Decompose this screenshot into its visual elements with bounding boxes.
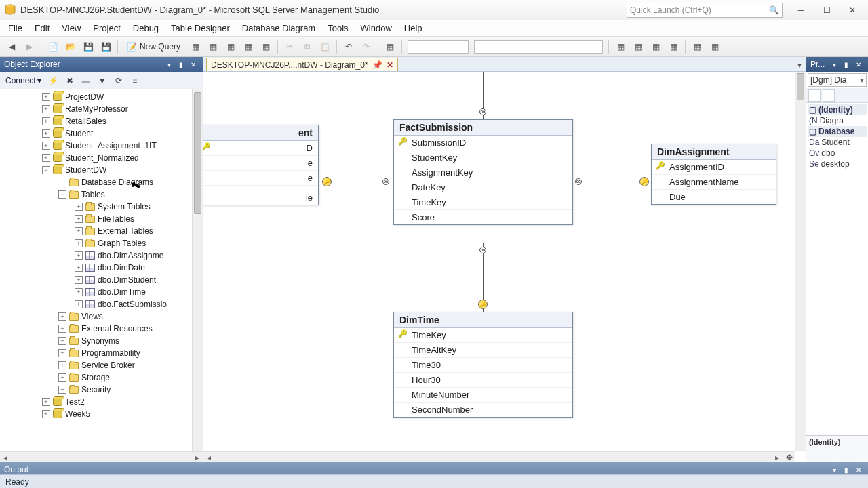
- column[interactable]: TimeKey: [394, 195, 572, 210]
- minimize-button[interactable]: ─: [789, 3, 812, 18]
- diagram-btn-3[interactable]: ▦: [648, 39, 663, 54]
- tree-node-dbo-dimstudent[interactable]: dbo.DimStudent: [98, 275, 156, 285]
- tree-node-retailsales[interactable]: RetailSales: [65, 117, 106, 126]
- tree-vscrollbar[interactable]: [192, 89, 203, 451]
- expand-icon[interactable]: +: [42, 154, 50, 162]
- pane-pin-icon[interactable]: ▮: [841, 464, 852, 475]
- diagram-btn-5[interactable]: ▦: [690, 39, 705, 54]
- expand-icon[interactable]: +: [42, 398, 50, 406]
- expand-icon[interactable]: +: [58, 349, 66, 357]
- column[interactable]: AssignmentKey: [394, 165, 572, 180]
- undo-button[interactable]: ↶: [341, 39, 356, 54]
- tree-node-dbo-dimtime[interactable]: dbo.DimTime: [98, 287, 146, 297]
- cut-button[interactable]: ✂: [282, 39, 297, 54]
- column[interactable]: Hour30: [394, 373, 572, 388]
- filter2-button[interactable]: ▼: [96, 74, 109, 87]
- expand-icon[interactable]: +: [58, 325, 66, 333]
- pane-close-icon[interactable]: ✕: [188, 59, 199, 70]
- tree-node-week5[interactable]: Week5: [65, 409, 90, 419]
- column[interactable]: TimeAltKey: [394, 343, 572, 358]
- column[interactable]: Due: [652, 190, 776, 204]
- tree-node-dbo-dimdate[interactable]: dbo.DimDate: [98, 263, 145, 272]
- tree-node-system-tables[interactable]: System Tables: [98, 202, 151, 211]
- expand-icon[interactable]: +: [58, 337, 66, 345]
- new-query-button[interactable]: 📝 New Query: [122, 40, 185, 54]
- tree-node-filetables[interactable]: FileTables: [98, 214, 134, 224]
- tree-node-ratemyprofessor[interactable]: RateMyProfessor: [65, 104, 128, 114]
- pane-dropdown-icon[interactable]: ▾: [829, 464, 840, 475]
- connect-button[interactable]: Connect▾: [3, 75, 44, 87]
- expand-icon[interactable]: +: [42, 129, 50, 138]
- pane-close-icon[interactable]: ✕: [853, 59, 864, 70]
- expand-icon[interactable]: +: [75, 288, 83, 296]
- column[interactable]: e: [203, 171, 318, 186]
- properties-grid[interactable]: ▢(Identity) (NDiagra ▢Database DaStudent…: [806, 103, 868, 435]
- tree-node-programmability[interactable]: Programmability: [81, 348, 140, 358]
- tree-node-student[interactable]: Student: [65, 129, 93, 138]
- expand-icon[interactable]: +: [42, 105, 50, 113]
- script-button[interactable]: ≡: [128, 74, 142, 87]
- column[interactable]: StudentKey: [394, 150, 572, 165]
- query-btn-3[interactable]: ▦: [223, 39, 238, 54]
- diagram-btn-4[interactable]: ▦: [666, 39, 681, 54]
- query-btn-5[interactable]: ▦: [258, 39, 273, 54]
- tree-node-synonyms[interactable]: Synonyms: [81, 336, 119, 346]
- menu-window[interactable]: Window: [355, 22, 397, 35]
- find-button[interactable]: ▦: [382, 39, 397, 54]
- tree-node-service-broker[interactable]: Service Broker: [81, 361, 135, 370]
- tree-node-dbo-factsubmission[interactable]: dbo.FactSubmissio: [98, 300, 167, 309]
- query-btn-1[interactable]: ▦: [188, 39, 203, 54]
- refresh-button[interactable]: ⟳: [112, 74, 125, 87]
- expand-icon[interactable]: +: [58, 312, 66, 321]
- copy-button[interactable]: ⧉: [300, 39, 315, 54]
- expand-icon[interactable]: +: [58, 361, 66, 369]
- table-dimassignment[interactable]: DimAssignment AssignmentID AssignmentNam…: [651, 144, 776, 205]
- column[interactable]: DateKey: [394, 180, 572, 195]
- expand-icon[interactable]: +: [75, 264, 83, 272]
- tree-node-database-diagrams[interactable]: Database Diagrams: [81, 178, 153, 187]
- menu-view[interactable]: View: [56, 22, 86, 35]
- column[interactable]: SubmissionID: [394, 136, 572, 150]
- nav-fwd-button[interactable]: ▶: [22, 39, 37, 54]
- properties-object-selector[interactable]: [Dgm] Dia▾: [808, 73, 867, 87]
- query-btn-2[interactable]: ▦: [205, 39, 220, 54]
- stop-button[interactable]: ✖: [63, 74, 77, 87]
- maximize-button[interactable]: ☐: [815, 3, 838, 18]
- categorized-button[interactable]: [808, 89, 821, 102]
- expand-icon[interactable]: +: [58, 386, 66, 394]
- column[interactable]: TimeKey: [394, 328, 572, 343]
- save-button[interactable]: 💾: [81, 39, 96, 54]
- pane-close-icon[interactable]: ✕: [853, 464, 864, 475]
- collapse-icon[interactable]: −: [58, 190, 66, 199]
- tree-node-tables[interactable]: Tables: [81, 190, 105, 199]
- column[interactable]: AssignmentName: [652, 175, 776, 190]
- close-button[interactable]: ✕: [841, 3, 864, 18]
- tree-node-storage[interactable]: Storage: [81, 373, 110, 382]
- nav-back-button[interactable]: ◀: [4, 39, 19, 54]
- pane-dropdown-icon[interactable]: ▾: [829, 59, 840, 70]
- expand-icon[interactable]: +: [58, 373, 66, 382]
- save-all-button[interactable]: 💾: [98, 39, 113, 54]
- menu-edit[interactable]: Edit: [29, 22, 55, 35]
- column[interactable]: AssignmentID: [652, 160, 776, 175]
- expand-icon[interactable]: +: [75, 239, 83, 247]
- tree-hscrollbar[interactable]: ◂▸: [0, 451, 203, 462]
- tree-node-graph-tables[interactable]: Graph Tables: [98, 239, 146, 248]
- tree-node-external-tables[interactable]: External Tables: [98, 226, 153, 236]
- canvas-hscrollbar[interactable]: ◂▸ ✥: [203, 451, 795, 462]
- diagram-btn-1[interactable]: ▦: [613, 39, 628, 54]
- quick-launch-input[interactable]: Quick Launch (Ctrl+Q) 🔍: [627, 3, 783, 18]
- tree-node-external-resources[interactable]: External Resources: [81, 324, 153, 333]
- menu-table-designer[interactable]: Table Designer: [165, 22, 235, 35]
- new-item-button[interactable]: 📄: [45, 39, 60, 54]
- menu-file[interactable]: File: [3, 22, 28, 35]
- menu-tools[interactable]: Tools: [322, 22, 353, 35]
- column[interactable]: [203, 186, 318, 190]
- diagram-canvas[interactable]: ent D e e le FactSubmission SubmissionID…: [203, 72, 806, 462]
- expand-icon[interactable]: +: [75, 300, 83, 308]
- expand-icon[interactable]: +: [75, 276, 83, 284]
- toolbar-combo-2[interactable]: [474, 40, 603, 54]
- alphabetical-button[interactable]: [823, 89, 835, 102]
- expand-icon[interactable]: +: [75, 227, 83, 235]
- expand-icon[interactable]: +: [42, 117, 50, 125]
